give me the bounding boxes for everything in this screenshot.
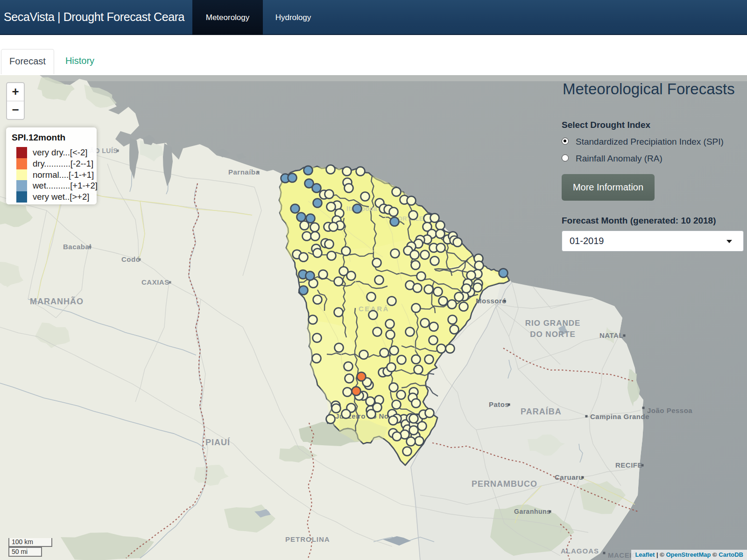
svg-text:Caruaru: Caruaru — [555, 473, 583, 481]
svg-text:PETROLINA: PETROLINA — [285, 535, 330, 543]
svg-text:DO NORTE: DO NORTE — [530, 330, 576, 339]
svg-text:ALAGOAS: ALAGOAS — [561, 547, 599, 555]
svg-text:Codó: Codó — [121, 255, 140, 263]
svg-text:Patos: Patos — [489, 400, 509, 408]
svg-text:Bacabal: Bacabal — [63, 243, 92, 251]
svg-text:PERNAMBUCO: PERNAMBUCO — [472, 479, 537, 489]
svg-text:CAXIAS: CAXIAS — [141, 278, 169, 286]
svg-text:João Pessoa: João Pessoa — [647, 406, 692, 414]
svg-text:MARANHÃO: MARANHÃO — [30, 296, 84, 306]
svg-text:NATAL: NATAL — [599, 331, 623, 339]
svg-text:Garanhuns: Garanhuns — [514, 508, 550, 515]
svg-text:PIAUÍ: PIAUÍ — [205, 437, 230, 447]
svg-text:RECIFE: RECIFE — [615, 461, 642, 469]
svg-text:RIO GRANDE: RIO GRANDE — [525, 319, 581, 328]
svg-text:Campina Grande: Campina Grande — [590, 413, 649, 420]
svg-text:PARAÍBA: PARAÍBA — [521, 406, 562, 416]
svg-text:Mossoró: Mossoró — [476, 297, 507, 305]
svg-text:Parnaíba: Parnaíba — [228, 168, 260, 176]
